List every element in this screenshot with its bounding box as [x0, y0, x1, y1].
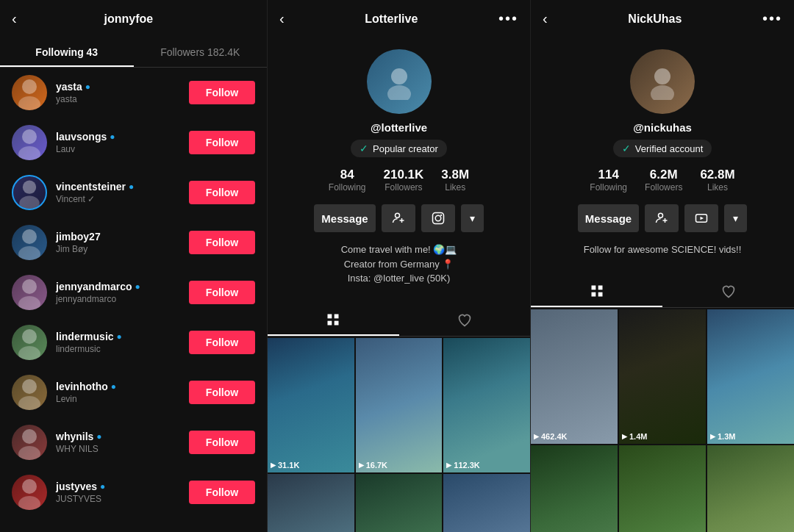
- person-plus-icon: [392, 212, 405, 225]
- user-info: whynils●WHY NILS: [56, 431, 180, 454]
- right-avatar: [630, 49, 695, 114]
- mid-badge: ✓ Popular creator: [351, 140, 447, 157]
- right-header: ‹ NickUhas •••: [531, 0, 794, 37]
- avatar: [12, 125, 47, 160]
- video-thumbnail[interactable]: [619, 445, 706, 532]
- display-name: JUSTYVES: [56, 494, 180, 504]
- right-dropdown-btn[interactable]: ▾: [724, 204, 747, 232]
- list-item: yasta●yastaFollow: [0, 68, 267, 118]
- video-thumbnail[interactable]: ▶31.1K: [268, 338, 354, 472]
- right-message-btn[interactable]: Message: [578, 204, 639, 232]
- mid-more-icon[interactable]: •••: [498, 10, 518, 27]
- svg-point-19: [387, 85, 411, 100]
- follow-button[interactable]: Follow: [189, 331, 255, 354]
- follow-button[interactable]: Follow: [189, 381, 255, 404]
- right-person-plus-icon: [655, 212, 668, 225]
- avatar-svg: [12, 225, 47, 260]
- video-thumbnail[interactable]: [356, 474, 443, 532]
- video-thumbnail[interactable]: ▶1.4M: [619, 309, 706, 445]
- right-tab-videos[interactable]: [531, 276, 662, 307]
- stat-value: 114: [598, 168, 619, 182]
- svg-point-10: [22, 329, 37, 344]
- follow-button[interactable]: Follow: [189, 131, 255, 154]
- svg-point-2: [22, 129, 37, 144]
- svg-point-15: [18, 446, 40, 460]
- mid-tab-videos[interactable]: [268, 305, 399, 336]
- svg-point-14: [22, 429, 37, 444]
- svg-rect-37: [591, 285, 596, 290]
- right-badge: ✓ Verified account: [613, 140, 712, 157]
- video-thumbnail[interactable]: [443, 474, 530, 532]
- video-thumbnail[interactable]: [707, 445, 794, 532]
- video-thumbnail[interactable]: ▶462.4K: [531, 309, 618, 445]
- right-actions: Message ▾: [578, 204, 747, 232]
- back-icon[interactable]: ‹: [12, 10, 17, 27]
- user-info: levinhotho●Levin: [56, 381, 180, 404]
- tab-followers[interactable]: Followers 182.4K: [134, 37, 268, 67]
- follow-button[interactable]: Follow: [189, 231, 255, 254]
- follow-button[interactable]: Follow: [189, 431, 255, 454]
- svg-point-0: [22, 79, 37, 94]
- stat-item: 84Following: [329, 168, 366, 193]
- follow-button[interactable]: Follow: [189, 81, 255, 104]
- user-info: jimboy27Jim Bøy: [56, 231, 180, 254]
- video-count: ▶1.4M: [622, 432, 647, 441]
- right-back-icon[interactable]: ‹: [543, 10, 548, 27]
- follow-button[interactable]: Follow: [189, 481, 255, 504]
- username: yasta: [56, 81, 82, 93]
- video-thumbnail[interactable]: ▶1.3M: [707, 309, 794, 445]
- stat-label: Likes: [445, 182, 465, 193]
- video-thumbnail[interactable]: [268, 474, 354, 532]
- video-count: ▶112.3K: [446, 461, 479, 470]
- display-name: Levin: [56, 394, 180, 404]
- svg-rect-27: [335, 314, 339, 318]
- follow-button[interactable]: Follow: [189, 181, 255, 204]
- heart-icon: [457, 313, 472, 328]
- mid-instagram-btn[interactable]: [421, 204, 455, 232]
- user-info: yasta●yasta: [56, 81, 180, 104]
- stat-item: 3.8MLikes: [441, 168, 469, 193]
- follow-button[interactable]: Follow: [189, 281, 255, 304]
- svg-point-5: [19, 196, 40, 210]
- stat-label: Followers: [385, 182, 422, 193]
- stat-item: 62.8MLikes: [700, 168, 734, 193]
- username: whynils: [56, 431, 93, 442]
- right-follow-icon-btn[interactable]: [645, 204, 679, 232]
- video-thumbnail[interactable]: ▶16.7K: [356, 338, 443, 472]
- avatar-svg: [12, 75, 47, 110]
- mid-title: Lotterlive: [365, 12, 418, 26]
- right-profile: @nickuhas ✓ Verified account 114Followin…: [566, 37, 759, 276]
- username: jimboy27: [56, 231, 101, 242]
- avatar: [12, 425, 47, 460]
- stat-value: 3.8M: [441, 168, 469, 182]
- mid-badge-icon: ✓: [360, 143, 368, 154]
- mid-message-btn[interactable]: Message: [314, 204, 375, 232]
- svg-rect-38: [598, 285, 602, 290]
- right-tab-liked[interactable]: [662, 276, 794, 307]
- list-item: jimboy27Jim BøyFollow: [0, 218, 267, 267]
- right-badge-icon: ✓: [622, 143, 631, 154]
- tab-following[interactable]: Following 43: [0, 37, 134, 67]
- video-thumbnail[interactable]: ▶112.3K: [443, 338, 530, 472]
- mid-dropdown-btn[interactable]: ▾: [461, 204, 484, 232]
- avatar-svg: [12, 275, 47, 310]
- avatar-svg: [12, 475, 47, 510]
- mid-avatar: [367, 49, 432, 114]
- stat-item: 6.2MFollowers: [645, 168, 682, 193]
- mid-back-icon[interactable]: ‹: [279, 10, 285, 27]
- mid-badge-text: Popular creator: [373, 143, 438, 154]
- play-icon: ▶: [710, 433, 715, 440]
- mid-tab-liked[interactable]: [399, 305, 531, 336]
- mid-header: ‹ Lotterlive •••: [268, 0, 530, 37]
- right-youtube-btn[interactable]: [684, 204, 718, 232]
- user-info: lindermusic●lindermusic: [56, 331, 180, 354]
- mid-follow-icon-btn[interactable]: [382, 204, 415, 232]
- mid-handle: @lotterlive: [371, 121, 427, 134]
- display-name: Vincent ✓: [56, 194, 180, 204]
- right-more-icon[interactable]: •••: [762, 10, 782, 27]
- list-item: levinhotho●LevinFollow: [0, 367, 267, 417]
- right-avatar-svg: [644, 63, 681, 100]
- stat-item: 210.1KFollowers: [384, 168, 424, 193]
- video-thumbnail[interactable]: [531, 445, 618, 532]
- username: justyves: [56, 481, 97, 492]
